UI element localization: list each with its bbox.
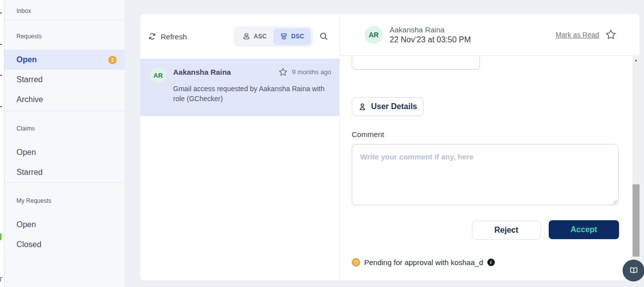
request-preview: Gmail access requested by Aakansha Raina…: [173, 84, 331, 104]
sidebar-item-my-requests-open[interactable]: Open: [4, 218, 125, 232]
sidebar-item-my-requests-closed[interactable]: Closed: [4, 238, 125, 252]
reject-button[interactable]: Reject: [472, 221, 541, 240]
pending-clock-icon: [352, 258, 360, 267]
detail-timestamp: 22 Nov’23 at 03:50 PM: [390, 35, 471, 44]
comment-label: Comment: [352, 130, 384, 139]
truncated-input-field[interactable]: [352, 56, 480, 70]
edge-artifact: [0, 12, 2, 13]
sidebar-item-label: Closed: [16, 240, 41, 249]
sidebar-item-label: Open: [16, 220, 36, 229]
sidebar: Inbox Requests Open 1 Starred Archive Cl…: [4, 0, 125, 287]
accept-button[interactable]: Accept: [549, 220, 619, 239]
sidebar-item-claims-starred[interactable]: Starred: [4, 165, 125, 179]
sort-dsc-label: DSC: [291, 33, 304, 40]
open-count-badge: 1: [108, 56, 117, 64]
sidebar-section-claims: Claims: [16, 125, 35, 132]
user-details-button[interactable]: User Details: [352, 97, 424, 116]
star-icon[interactable]: [605, 29, 617, 40]
request-list-item[interactable]: AR Aakansha Raina 9 months ago Gmail acc…: [140, 59, 339, 116]
sidebar-item-requests-open[interactable]: Open 1: [4, 50, 125, 70]
mark-as-read-link[interactable]: Mark as Read: [556, 31, 599, 39]
sort-asc-label: ASC: [254, 33, 267, 40]
request-list-panel: Refresh ASC: [140, 14, 340, 281]
refresh-icon: [148, 32, 156, 40]
status-text: Pending for approval with koshaa_d: [364, 258, 483, 267]
approval-status: Pending for approval with koshaa_d i: [352, 258, 495, 267]
scrollbar-up-arrow[interactable]: ▲: [633, 58, 640, 62]
sort-dsc-icon: [280, 32, 288, 40]
sidebar-item-requests-archive[interactable]: Archive: [4, 93, 125, 107]
scrollbar-thumb[interactable]: [633, 184, 640, 257]
sidebar-label-inbox: Inbox: [16, 7, 31, 14]
sort-dsc-button[interactable]: DSC: [273, 28, 311, 45]
list-toolbar: Refresh ASC: [140, 14, 339, 59]
sort-asc-icon: [242, 32, 250, 40]
cropped-edge-strip: [0, 0, 4, 287]
info-icon[interactable]: i: [487, 259, 495, 266]
docs-fab-button[interactable]: [623, 260, 644, 282]
detail-scroll-area: User Details Comment Reject Accept: [340, 56, 640, 281]
comment-textarea[interactable]: [352, 144, 619, 205]
sidebar-item-label: Starred: [16, 168, 42, 177]
star-icon[interactable]: [278, 67, 288, 77]
edge-artifact-glyph: [0, 277, 2, 282]
sort-asc-button[interactable]: ASC: [236, 28, 273, 45]
sidebar-item-label: Open: [16, 148, 36, 157]
request-age: 9 months ago: [292, 68, 331, 76]
user-details-label: User Details: [371, 102, 418, 111]
divider: [4, 111, 125, 111]
sidebar-item-label: Starred: [16, 75, 42, 84]
person-icon: [358, 103, 367, 111]
detail-requester-name: Aakansha Raina: [390, 25, 471, 34]
request-item-body: Aakansha Raina 9 months ago Gmail access…: [173, 67, 331, 116]
search-icon: [319, 32, 328, 41]
sort-toggle-group: ASC DSC: [234, 26, 313, 47]
sidebar-item-requests-starred[interactable]: Starred: [4, 73, 125, 87]
search-button[interactable]: [319, 32, 328, 41]
refresh-button[interactable]: Refresh: [148, 32, 187, 41]
refresh-label: Refresh: [161, 32, 187, 41]
open-book-icon: [629, 266, 639, 276]
edge-artifact: [0, 75, 2, 76]
sidebar-section-my-requests: My Requests: [16, 197, 51, 204]
request-detail-panel: AR Aakansha Raina 22 Nov’23 at 03:50 PM …: [340, 14, 640, 281]
detail-header: AR Aakansha Raina 22 Nov’23 at 03:50 PM …: [340, 14, 640, 56]
edge-artifact: [0, 106, 2, 107]
comment-field-wrapper: [352, 144, 619, 205]
sidebar-item-label: Open: [16, 55, 37, 64]
avatar: AR: [365, 26, 383, 44]
sidebar-item-claims-open[interactable]: Open: [4, 145, 125, 159]
edge-artifact-green: [0, 233, 1, 240]
main-card: Refresh ASC: [140, 14, 640, 281]
edge-artifact: [0, 44, 2, 45]
app-window: Inbox Requests Open 1 Starred Archive Cl…: [0, 0, 644, 287]
scrollbar-track[interactable]: ▲: [633, 56, 640, 281]
avatar: AR: [150, 67, 166, 83]
divider: [4, 182, 125, 183]
sidebar-section-requests: Requests: [16, 33, 42, 40]
sidebar-item-label: Archive: [16, 95, 43, 104]
requester-name: Aakansha Raina: [173, 68, 231, 76]
divider: [4, 20, 125, 20]
